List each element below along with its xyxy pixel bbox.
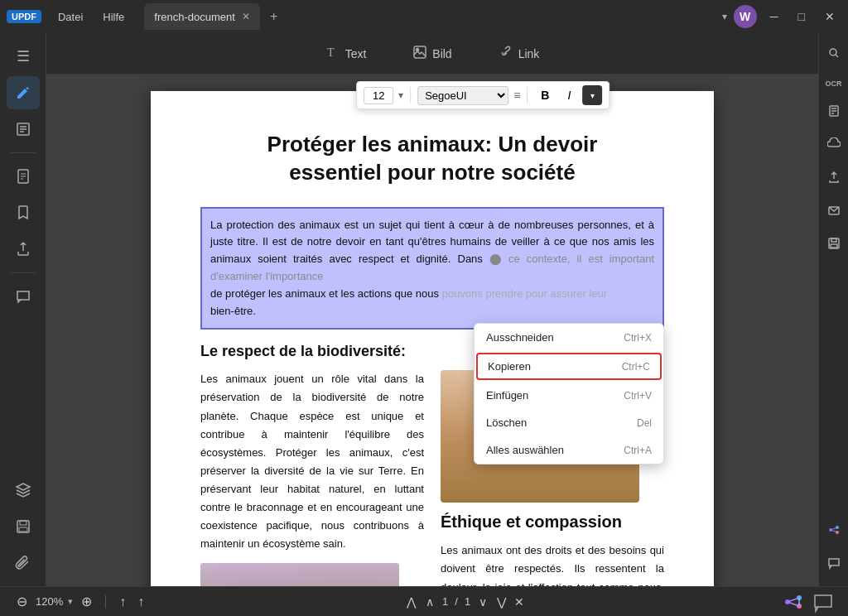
context-select-all[interactable]: Alles auswählen Ctrl+A [475,436,663,464]
font-size-arrow[interactable]: ▾ [398,89,403,101]
sidebar-icon-export[interactable] [7,233,40,266]
italic-button[interactable]: I [561,87,577,103]
close-button[interactable]: ✕ [818,10,841,23]
link-icon [499,45,513,62]
svg-point-14 [830,49,836,55]
sidebar-icon-pages[interactable] [7,160,40,193]
titlebar-right: ▾ W ─ □ ✕ [722,5,841,28]
text-icon: T [325,45,340,63]
toolbar-image-label: Bild [432,47,451,60]
left-sidebar: ☰ [0,33,46,586]
search-icon[interactable] [821,40,847,70]
sidebar-divider2 [11,272,36,273]
user-avatar[interactable]: W [734,5,757,28]
sidebar-icon-annotate[interactable] [7,113,40,146]
dropdown-arrow-icon[interactable]: ▾ [722,11,727,22]
context-select-all-label: Alles auswählen [486,444,564,456]
svg-rect-21 [831,238,836,242]
font-size-input[interactable] [364,87,393,104]
sidebar-icon-edit[interactable] [7,76,40,109]
main-area: ☰ [0,33,848,586]
section2-title: Éthique et compassion [441,513,664,532]
cloud-icon[interactable] [821,131,847,161]
context-copy-label: Kopieren [488,360,531,373]
page-prev-button[interactable]: ∧ [424,595,436,609]
toolbar-link-label: Link [518,47,540,60]
page-next-button[interactable]: ∨ [477,595,489,609]
ocr-icon[interactable]: OCR [819,73,849,94]
fit-page-down[interactable]: ↑ [134,594,147,609]
ai-assistant-button[interactable] [782,590,805,614]
context-cut[interactable]: Ausschneiden Ctrl+X [475,324,663,351]
tab-add-button[interactable]: + [263,9,284,24]
text-format-bar: ▾ SegoeUI ≡ B I ▾ [356,81,610,109]
selected-text-block[interactable]: La protection des animaux est un sujet q… [200,207,664,330]
context-delete[interactable]: Löschen Del [475,409,663,436]
save-icon[interactable] [821,230,847,260]
chat-icon[interactable] [821,550,847,580]
app-logo: UPDF [7,10,41,23]
align-icon[interactable]: ≡ [513,89,520,102]
page-total: 1 [465,595,470,608]
toolbar-link[interactable]: Link [489,41,550,65]
zoom-controls: ⊖ 120% ▾ ⊕ ↑ ↑ [13,594,147,609]
ai-icon[interactable] [821,517,847,546]
pages-icon[interactable] [821,98,847,128]
sidebar-icon-save[interactable] [7,510,40,543]
context-select-all-shortcut: Ctrl+A [624,445,652,456]
font-name-select[interactable]: SegoeUI [417,86,508,105]
upload-icon[interactable] [821,164,847,194]
sidebar-divider [11,152,36,153]
sidebar-icon-menu[interactable]: ☰ [7,40,40,73]
minimize-button[interactable]: ─ [764,10,785,23]
context-copy-shortcut: Ctrl+C [622,361,650,373]
context-menu: Ausschneiden Ctrl+X Kopieren Ctrl+C Einf… [474,323,664,464]
tab-label: french-document [154,11,235,23]
context-cut-shortcut: Ctrl+X [624,332,652,344]
sidebar-icon-comment[interactable] [7,280,40,313]
fit-page-up[interactable]: ↑ [116,594,129,609]
menu-datei[interactable]: Datei [51,11,89,23]
toolbar-image[interactable]: Bild [402,41,461,65]
tab-close-button[interactable]: ✕ [242,11,250,22]
chat-assistant-button[interactable] [812,590,835,614]
page-controls: ⋀ ∧ 1 / 1 ∨ ⋁ ✕ [405,595,524,609]
ai-area [782,590,835,614]
selected-text-partial: de protéger les animaux et les actions q… [210,287,442,300]
bold-button[interactable]: B [534,87,556,103]
bottom-bar: ⊖ 120% ▾ ⊕ ↑ ↑ ⋀ ∧ 1 / 1 ∨ ⋁ ✕ [0,586,848,616]
context-paste-label: Einfügen [486,389,528,402]
context-paste-shortcut: Ctrl+V [624,390,652,402]
section2-body: Les animaux ont des droits et des besoin… [441,541,664,586]
context-paste[interactable]: Einfügen Ctrl+V [475,382,663,409]
page-close-button[interactable]: ✕ [514,595,524,609]
toolbar-text[interactable]: T Text [316,41,377,66]
page-last-button[interactable]: ⋁ [495,595,508,609]
page-current: 1 [442,595,448,608]
sidebar-icon-layers[interactable] [7,474,40,507]
zoom-out-button[interactable]: ⊖ [13,594,31,609]
svg-text:T: T [327,46,335,59]
sidebar-icon-attachment[interactable] [7,546,40,580]
edit-toolbar: T Text Bild [46,33,818,75]
right-sidebar: OCR [818,33,848,586]
svg-rect-22 [831,244,837,248]
zoom-dropdown[interactable]: ▾ [68,596,73,607]
svg-line-32 [788,602,799,606]
email-icon[interactable] [821,197,847,227]
left-col: Les animaux jouent un rôle vital dans la… [200,370,424,586]
content-scroll[interactable]: ▾ SegoeUI ≡ B I ▾ Protéger les animaux: … [46,75,818,586]
maximize-button[interactable]: □ [792,10,812,23]
tab-french-document[interactable]: french-document ✕ [144,3,260,30]
format-divider1 [410,87,411,103]
sidebar-icon-bookmark[interactable] [7,196,40,229]
page-first-button[interactable]: ⋀ [405,595,417,609]
section1-body: Les animaux jouent un rôle vital dans la… [200,370,424,553]
zoom-in-button[interactable]: ⊕ [78,594,95,609]
pdf-page: Protéger les animaux: Un devoir essentie… [151,91,714,586]
context-copy[interactable]: Kopieren Ctrl+C [476,353,662,380]
color-picker-button[interactable]: ▾ [582,85,602,105]
svg-rect-10 [19,527,27,532]
menu-hilfe[interactable]: Hilfe [96,11,131,23]
format-divider2 [527,87,528,103]
